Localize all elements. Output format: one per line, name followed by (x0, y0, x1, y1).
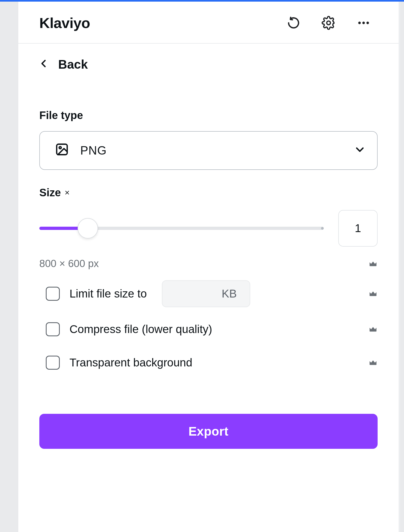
transparent-bg-row: Transparent background (39, 351, 378, 374)
panel-title: Klaviyo (39, 15, 285, 31)
header-actions (285, 15, 382, 31)
file-type-value: PNG (80, 144, 107, 157)
back-button[interactable]: Back (18, 44, 399, 74)
svg-point-5 (59, 146, 61, 149)
transparent-bg-label: Transparent background (69, 356, 192, 369)
export-button[interactable]: Export (39, 414, 378, 449)
slider-end-dot (321, 227, 324, 230)
limit-file-size-checkbox[interactable] (46, 287, 60, 301)
gear-icon[interactable] (321, 15, 337, 31)
crown-icon (368, 358, 378, 367)
size-multiplier-symbol: × (65, 188, 70, 198)
svg-point-1 (358, 22, 361, 24)
compress-file-checkbox[interactable] (46, 322, 60, 336)
file-type-label: File type (39, 109, 378, 121)
limit-file-size-row: Limit file size to KB (39, 280, 378, 307)
svg-point-2 (362, 22, 365, 24)
transparent-bg-checkbox[interactable] (46, 356, 60, 370)
refresh-icon[interactable] (285, 15, 302, 31)
file-type-select[interactable]: PNG (39, 131, 378, 170)
output-dimensions: 800 × 600 px (39, 258, 99, 270)
size-value: 1 (355, 222, 361, 235)
limit-file-size-unit: KB (222, 287, 237, 300)
chevron-down-icon (354, 144, 365, 157)
panel-header: Klaviyo (18, 2, 399, 44)
size-value-input[interactable]: 1 (338, 210, 378, 247)
crown-icon (368, 325, 378, 334)
limit-file-size-input[interactable]: KB (162, 280, 250, 307)
crown-icon (368, 289, 378, 298)
chevron-left-icon (39, 58, 48, 71)
slider-thumb[interactable] (78, 218, 98, 239)
more-icon[interactable] (356, 15, 372, 31)
compress-file-row: Compress file (lower quality) (39, 318, 378, 341)
size-slider[interactable] (39, 219, 324, 238)
size-label: Size × (39, 187, 378, 199)
limit-file-size-label: Limit file size to (69, 287, 147, 300)
svg-point-3 (366, 22, 369, 24)
back-label: Back (58, 57, 88, 72)
crown-icon (368, 259, 378, 268)
image-icon (55, 142, 69, 159)
svg-point-0 (327, 21, 330, 25)
size-label-text: Size (39, 187, 61, 199)
compress-file-label: Compress file (lower quality) (69, 323, 212, 336)
